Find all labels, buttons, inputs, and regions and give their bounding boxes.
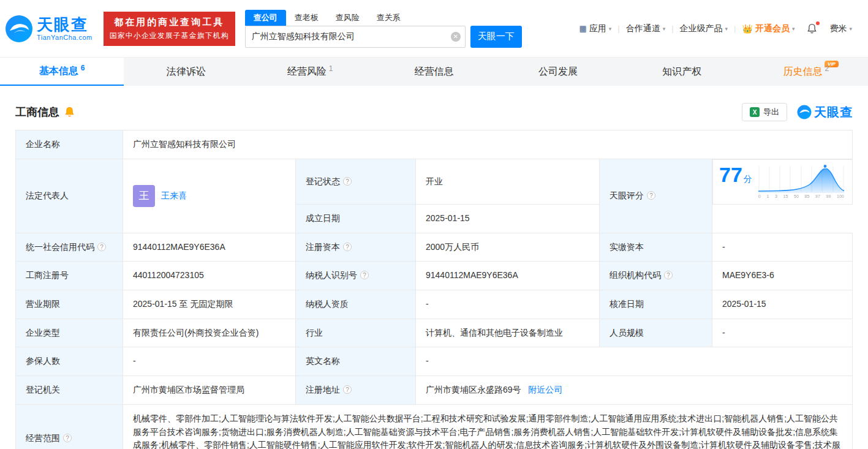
- nav-apps-label: 应用: [589, 23, 606, 34]
- notification-dot: [816, 21, 820, 25]
- table-row: 营业期限 2025-01-15 至 无固定期限 纳税人资质 - 核准日期 202…: [16, 290, 853, 319]
- header: 天眼查 TianYanCha.com 都在用的商业查询工具 国家中小企业发展子基…: [0, 0, 868, 57]
- tianyancha-logo[interactable]: 天眼查 TianYanCha.com: [5, 15, 92, 43]
- business-term-value: 2025-01-15 至 无固定期限: [123, 290, 296, 319]
- nav-cooperation-label: 合作通道: [626, 23, 660, 34]
- nav-vip-label: 开通会员: [755, 23, 790, 34]
- field-label: 人员规模: [600, 319, 712, 347]
- field-label: 组织机构代码?: [600, 262, 712, 290]
- insured-count-value: -: [123, 347, 296, 376]
- reg-status-value: 开业: [416, 159, 600, 204]
- field-label: 统一社会信用代码?: [16, 233, 123, 262]
- excel-icon: X: [750, 107, 760, 117]
- tab-intellectual-property[interactable]: 知识产权: [620, 58, 744, 86]
- org-code-value: MAE9Y6E3-6: [712, 262, 853, 290]
- reg-number-value: 440112004723105: [123, 262, 296, 290]
- field-label: 营业期限: [16, 290, 123, 319]
- subscribe-bell-icon[interactable]: [64, 107, 75, 118]
- logo-domain: TianYanCha.com: [37, 34, 92, 41]
- field-label: 企业名称: [16, 130, 123, 159]
- business-info-table: 企业名称 广州立智感知科技有限公司 法定代表人 王 王来喜 登记状态? 开业 天…: [15, 130, 853, 449]
- help-icon[interactable]: ?: [97, 243, 106, 251]
- field-label: 登记状态?: [296, 159, 416, 204]
- nav-user-account[interactable]: 费米 ▾: [823, 23, 858, 34]
- grid-icon: ▦: [579, 24, 586, 33]
- nav-vip-membership[interactable]: 👑 开通会员 ▾: [736, 23, 801, 34]
- company-name-value: 广州立智感知科技有限公司: [123, 130, 853, 159]
- help-icon[interactable]: ?: [343, 177, 352, 186]
- reg-authority-value: 广州市黄埔区市场监督管理局: [123, 376, 296, 405]
- table-row: 参保人数 - 英文名称 -: [16, 347, 853, 376]
- search-tab-risk[interactable]: 查风险: [327, 10, 368, 26]
- legal-rep-link[interactable]: 王来喜: [161, 189, 187, 203]
- field-label: 经营范围?: [16, 404, 123, 449]
- nav-enterprise-products[interactable]: 企业级产品 ▾: [674, 23, 734, 34]
- score-axis: 0131550859799100: [758, 194, 844, 200]
- tab-operating-info[interactable]: 经营信息: [372, 58, 496, 86]
- table-row: 经营范围? 机械零件、零部件加工;人工智能理论与算法软件开发;人工智能公共数据平…: [16, 404, 853, 449]
- chevron-down-icon: ▾: [663, 26, 666, 32]
- chevron-down-icon: ▾: [609, 26, 612, 32]
- tab-label: 基本信息: [39, 65, 78, 78]
- nav-cooperation[interactable]: 合作通道 ▾: [620, 23, 672, 34]
- nav-user-label: 费米: [829, 23, 847, 34]
- search-tabs: 查公司 查老板 查风险 查关系: [245, 10, 522, 26]
- help-icon[interactable]: ?: [63, 434, 72, 442]
- tab-company-development[interactable]: 公司发展: [496, 58, 620, 86]
- field-label: 登记机关: [16, 376, 123, 405]
- help-icon[interactable]: ?: [343, 385, 352, 394]
- tab-label: 经营风险: [287, 66, 326, 78]
- search-button[interactable]: 天眼一下: [470, 26, 522, 48]
- notification-bell[interactable]: [801, 23, 823, 34]
- tab-legal-proceedings[interactable]: 法律诉讼: [124, 58, 247, 86]
- search-area: 查公司 查老板 查风险 查关系 ✕ 天眼一下: [245, 10, 522, 48]
- score-unit: 分: [744, 174, 752, 184]
- table-row: 企业名称 广州立智感知科技有限公司: [16, 130, 853, 159]
- export-label: 导出: [763, 107, 779, 118]
- slogan-line1: 都在用的商业查询工具: [110, 17, 229, 28]
- table-row: 工商注册号 440112004723105 纳税人识别号? 91440112MA…: [16, 262, 853, 290]
- table-row: 企业类型 有限责任公司(外商投资企业合资) 行业 计算机、通信和其他电子设备制造…: [16, 319, 853, 347]
- field-label: 核准日期: [600, 290, 712, 319]
- establish-date-value: 2025-01-15: [416, 205, 600, 233]
- clear-icon[interactable]: ✕: [451, 32, 461, 42]
- nav-enterprise-label: 企业级产品: [680, 23, 723, 34]
- search-tab-boss[interactable]: 查老板: [286, 10, 327, 26]
- search-tab-company[interactable]: 查公司: [245, 10, 286, 26]
- industry-value: 计算机、通信和其他电子设备制造业: [416, 319, 600, 347]
- bell-icon: [807, 23, 817, 34]
- score-value: 77: [719, 163, 742, 186]
- field-label: 法定代表人: [16, 159, 123, 233]
- tab-basic-info[interactable]: 基本信息 6: [0, 58, 124, 86]
- search-input[interactable]: [245, 26, 466, 48]
- tab-badge: 6: [81, 64, 85, 72]
- tab-history-info[interactable]: VIP 历史信息 2: [744, 58, 868, 86]
- score-cell: 77分: [712, 159, 853, 205]
- field-label: 天眼评分?: [600, 159, 712, 233]
- help-icon[interactable]: ?: [360, 271, 369, 279]
- staff-size-value: -: [712, 319, 853, 347]
- slogan-banner: 都在用的商业查询工具 国家中小企业发展子基金旗下机构: [104, 12, 235, 46]
- chevron-down-icon: ▾: [725, 26, 728, 32]
- company-type-value: 有限责任公司(外商投资企业合资): [123, 319, 296, 347]
- tianyancha-logo-icon: [5, 15, 33, 43]
- help-icon[interactable]: ?: [647, 191, 655, 200]
- slogan-line2: 国家中小企业发展子基金旗下机构: [110, 31, 229, 41]
- nav-apps[interactable]: ▦ 应用 ▾: [573, 23, 617, 34]
- export-button[interactable]: X 导出: [742, 103, 787, 121]
- nearby-companies-link[interactable]: 附近公司: [528, 385, 562, 394]
- approval-date-value: 2025-01-15: [712, 290, 853, 319]
- watermark-brand: 天眼查: [814, 104, 853, 121]
- table-row: 法定代表人 王 王来喜 登记状态? 开业 天眼评分? 77分: [16, 159, 853, 204]
- table-row: 登记机关 广州市黄埔区市场监督管理局 注册地址? 广州市黄埔区永盛路69号 附近…: [16, 376, 853, 405]
- search-tab-relation[interactable]: 查关系: [368, 10, 409, 26]
- table-row: 统一社会信用代码? 91440112MAE9Y6E36A 注册资本? 2000万…: [16, 233, 853, 262]
- tab-operating-risk[interactable]: 经营风险 1: [248, 58, 372, 86]
- help-icon[interactable]: ?: [343, 243, 352, 251]
- reg-capital-value: 2000万人民币: [416, 233, 600, 262]
- chevron-down-icon: ▾: [849, 26, 852, 32]
- field-label: 实缴资本: [600, 233, 712, 262]
- field-label: 参保人数: [16, 347, 123, 376]
- help-icon[interactable]: ?: [664, 271, 673, 279]
- field-label: 注册地址?: [296, 376, 416, 405]
